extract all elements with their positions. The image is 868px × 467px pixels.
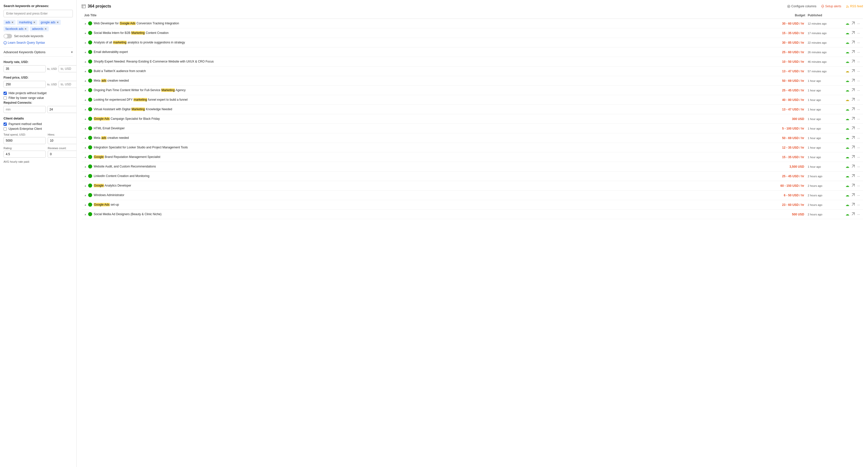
- job-title-text[interactable]: Email deliverability expert: [94, 50, 128, 54]
- tag-adwords-close[interactable]: ✕: [44, 27, 47, 31]
- setup-alerts-btn[interactable]: Setup alerts: [821, 4, 841, 8]
- keyword-input[interactable]: [3, 10, 73, 17]
- job-title-text[interactable]: Shopify Expert Needed: Revamp Existing E…: [94, 60, 214, 64]
- tag-google-ads-close[interactable]: ✕: [57, 21, 59, 24]
- more-options-btn[interactable]: ···: [857, 69, 861, 73]
- open-external-btn[interactable]: [851, 135, 855, 141]
- job-title-text[interactable]: Meta ads creative needed: [94, 79, 129, 83]
- row-collapse-btn[interactable]: ▲: [84, 204, 87, 206]
- more-options-btn[interactable]: ···: [857, 59, 861, 64]
- hourly-to-input[interactable]: [59, 65, 76, 72]
- more-options-btn[interactable]: ···: [857, 135, 861, 141]
- more-options-btn[interactable]: ···: [857, 88, 861, 93]
- more-options-btn[interactable]: ···: [857, 21, 861, 26]
- job-title-text[interactable]: Web Developer for Google Ads Conversion …: [94, 21, 179, 26]
- row-collapse-btn[interactable]: ▲: [84, 22, 87, 25]
- more-options-btn[interactable]: ···: [857, 40, 861, 45]
- more-options-btn[interactable]: ···: [857, 212, 861, 217]
- more-options-btn[interactable]: ···: [857, 193, 861, 197]
- open-external-btn[interactable]: [851, 31, 855, 35]
- hourly-from-input[interactable]: [3, 65, 46, 72]
- open-external-btn[interactable]: [851, 40, 855, 45]
- enterprise-row[interactable]: Upwork Enterprise Client: [3, 127, 73, 130]
- more-options-btn[interactable]: ···: [857, 203, 861, 207]
- rss-feed-btn[interactable]: RSS feed: [846, 4, 863, 8]
- job-title-text[interactable]: Google Ads Campaign Specialist for Black…: [94, 117, 160, 121]
- job-title-text[interactable]: Website Audit, and Custom Recommendation…: [94, 164, 156, 169]
- job-title-text[interactable]: Looking for experienced DFY marketing fu…: [94, 98, 188, 102]
- row-collapse-btn[interactable]: ▲: [84, 41, 87, 44]
- open-external-btn[interactable]: [851, 78, 855, 83]
- enterprise-checkbox[interactable]: [3, 127, 7, 130]
- row-collapse-btn[interactable]: ▲: [84, 108, 87, 111]
- row-collapse-btn[interactable]: ▲: [84, 32, 87, 34]
- open-external-btn[interactable]: [851, 126, 855, 131]
- connects-min-input[interactable]: [3, 106, 46, 113]
- fixed-to-input[interactable]: [59, 81, 76, 88]
- job-title-text[interactable]: Google Analytics Developer: [94, 184, 131, 188]
- row-collapse-btn[interactable]: ▲: [84, 156, 87, 158]
- total-spend-input[interactable]: [3, 137, 46, 144]
- row-collapse-btn[interactable]: ▲: [84, 165, 87, 168]
- tag-facebook-ads-close[interactable]: ✕: [24, 27, 27, 31]
- more-options-btn[interactable]: ···: [857, 78, 861, 83]
- more-options-btn[interactable]: ···: [857, 107, 861, 112]
- job-title-text[interactable]: Social Media Ad Designers (Beauty & Clin…: [94, 212, 161, 216]
- row-collapse-btn[interactable]: ▲: [84, 70, 87, 72]
- more-options-btn[interactable]: ···: [857, 174, 861, 179]
- more-options-btn[interactable]: ···: [857, 183, 861, 188]
- open-external-btn[interactable]: [851, 174, 855, 179]
- tag-google-ads[interactable]: google ads ✕: [39, 20, 61, 25]
- open-external-btn[interactable]: [851, 145, 855, 150]
- more-options-btn[interactable]: ···: [857, 97, 861, 102]
- job-title-text[interactable]: Build a Twitter/X audience from scratch: [94, 69, 146, 73]
- open-external-btn[interactable]: [851, 117, 855, 121]
- filter-lower-row[interactable]: Filter by lower range value: [3, 96, 73, 100]
- open-external-btn[interactable]: [851, 50, 855, 55]
- open-external-btn[interactable]: [851, 59, 855, 64]
- row-collapse-btn[interactable]: ▲: [84, 79, 87, 82]
- fixed-from-input[interactable]: [3, 81, 46, 88]
- reviews-input[interactable]: [48, 151, 76, 158]
- more-options-btn[interactable]: ···: [857, 126, 861, 131]
- row-collapse-btn[interactable]: ▲: [84, 136, 87, 139]
- tag-ads[interactable]: ads ✕: [3, 20, 16, 25]
- row-collapse-btn[interactable]: ▲: [84, 213, 87, 216]
- tag-adwords[interactable]: adwords ✕: [30, 26, 49, 31]
- open-external-btn[interactable]: [851, 97, 855, 102]
- more-options-btn[interactable]: ···: [857, 117, 861, 121]
- rating-input[interactable]: [3, 151, 46, 158]
- open-external-btn[interactable]: [851, 164, 855, 169]
- more-options-btn[interactable]: ···: [857, 164, 861, 169]
- open-external-btn[interactable]: [851, 183, 855, 188]
- filter-lower-checkbox[interactable]: [3, 96, 7, 100]
- tag-ads-close[interactable]: ✕: [11, 21, 13, 24]
- row-collapse-btn[interactable]: ▲: [84, 98, 87, 101]
- job-title-text[interactable]: Windows Administrator: [94, 193, 124, 197]
- tag-facebook-ads[interactable]: facebook ads ✕: [3, 26, 29, 31]
- row-collapse-btn[interactable]: ▲: [84, 184, 87, 187]
- tag-marketing[interactable]: marketing ✕: [17, 20, 37, 25]
- row-collapse-btn[interactable]: ▲: [84, 89, 87, 92]
- hires-input[interactable]: [48, 137, 76, 144]
- row-collapse-btn[interactable]: ▲: [84, 60, 87, 63]
- open-external-btn[interactable]: [851, 203, 855, 207]
- open-external-btn[interactable]: [851, 88, 855, 93]
- connects-max-input[interactable]: [47, 106, 76, 113]
- job-title-text[interactable]: Google Brand Reputation Management Speci…: [94, 155, 160, 159]
- row-collapse-btn[interactable]: ▲: [84, 127, 87, 130]
- job-title-text[interactable]: Meta ads creative needed: [94, 136, 129, 140]
- open-external-btn[interactable]: [851, 212, 855, 217]
- open-external-btn[interactable]: [851, 21, 855, 26]
- row-collapse-btn[interactable]: ▲: [84, 146, 87, 149]
- open-external-btn[interactable]: [851, 69, 855, 73]
- learn-syntax-link[interactable]: i Learn Search Query Syntax: [3, 41, 73, 44]
- open-external-btn[interactable]: [851, 193, 855, 197]
- more-options-btn[interactable]: ···: [857, 155, 861, 159]
- open-external-btn[interactable]: [851, 107, 855, 112]
- advanced-keywords-toggle[interactable]: Advanced Keywords Options ▾: [3, 48, 73, 57]
- more-options-btn[interactable]: ···: [857, 50, 861, 55]
- job-title-text[interactable]: Google Ads set-up: [94, 203, 119, 207]
- job-title-text[interactable]: LinkedIn Content Creation and Monitoring: [94, 174, 149, 178]
- more-options-btn[interactable]: ···: [857, 145, 861, 150]
